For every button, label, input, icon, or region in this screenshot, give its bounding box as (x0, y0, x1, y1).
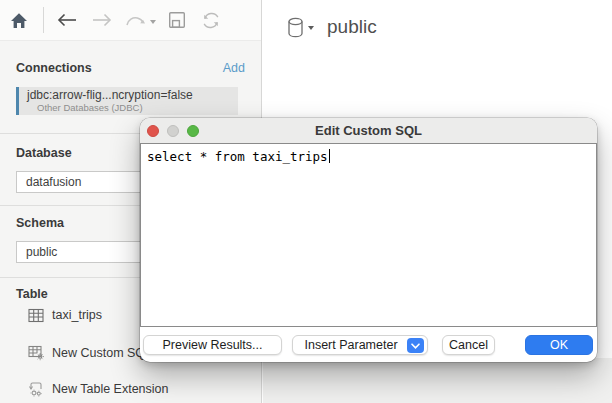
connection-subtitle: Other Databases (JDBC) (37, 102, 238, 113)
dialog-button-bar: Preview Results... Insert Parameter Canc… (140, 327, 597, 362)
redo-dropdown-caret-icon[interactable] (150, 20, 156, 27)
redo-icon (124, 12, 146, 28)
refresh-icon (201, 11, 221, 30)
connection-title: jdbc:arrow-flig...ncryption=false (27, 89, 238, 102)
table-item-taxi-trips[interactable]: taxi_trips (28, 306, 102, 324)
add-connection-link[interactable]: Add (223, 61, 245, 75)
table-item-label: New Table Extension (52, 382, 169, 396)
data-grid-area (263, 358, 612, 403)
save-button[interactable] (168, 11, 186, 29)
redo-button[interactable] (124, 12, 146, 28)
canvas-header: public (287, 16, 377, 38)
ok-button[interactable]: OK (525, 335, 593, 355)
insert-parameter-chevron-icon[interactable] (407, 338, 424, 353)
dialog-title: Edit Custom SQL (140, 118, 597, 143)
new-table-extension-item[interactable]: New Table Extension (28, 380, 169, 398)
new-custom-sql-icon (28, 345, 44, 361)
table-section-label: Table (16, 287, 48, 301)
save-icon (168, 11, 186, 29)
forward-button[interactable] (92, 13, 112, 27)
canvas-schema-title: public (327, 16, 377, 38)
insert-parameter-button[interactable]: Insert Parameter (292, 335, 428, 355)
home-icon (10, 12, 28, 29)
schema-section-label: Schema (16, 216, 64, 230)
table-grid-icon (28, 308, 44, 323)
home-button[interactable] (10, 12, 28, 29)
dialog-titlebar[interactable]: Edit Custom SQL (140, 118, 597, 143)
forward-arrow-icon (92, 13, 112, 27)
minimize-traffic-light-icon[interactable] (167, 125, 179, 137)
table-item-label: New Custom SQL (52, 346, 152, 360)
close-traffic-light-icon[interactable] (147, 125, 159, 137)
new-table-extension-icon (28, 381, 44, 397)
database-section-label: Database (16, 146, 72, 160)
new-custom-sql-item[interactable]: New Custom SQL (28, 344, 152, 362)
sql-text: select * from taxi_trips (147, 149, 328, 164)
sql-editor-textarea[interactable]: select * from taxi_trips (140, 143, 597, 327)
toolbar-divider (43, 7, 44, 33)
insert-parameter-label: Insert Parameter (304, 338, 397, 352)
table-item-label: taxi_trips (52, 308, 102, 322)
database-cylinder-icon[interactable] (287, 17, 304, 38)
connections-label: Connections (16, 61, 92, 75)
zoom-traffic-light-icon[interactable] (187, 125, 199, 137)
cancel-button[interactable]: Cancel (442, 335, 495, 355)
refresh-button[interactable] (201, 11, 221, 30)
preview-results-button[interactable]: Preview Results... (143, 335, 282, 355)
toolbar (0, 0, 261, 41)
back-button[interactable] (57, 13, 77, 27)
connection-item-selected[interactable]: jdbc:arrow-flig...ncryption=false Other … (16, 87, 238, 115)
edit-custom-sql-dialog: Edit Custom SQL select * from taxi_trips… (140, 118, 597, 362)
schema-menu-caret-icon[interactable] (308, 26, 314, 33)
text-cursor (329, 149, 330, 163)
connections-header: Connections Add (16, 61, 245, 75)
back-arrow-icon (57, 13, 77, 27)
